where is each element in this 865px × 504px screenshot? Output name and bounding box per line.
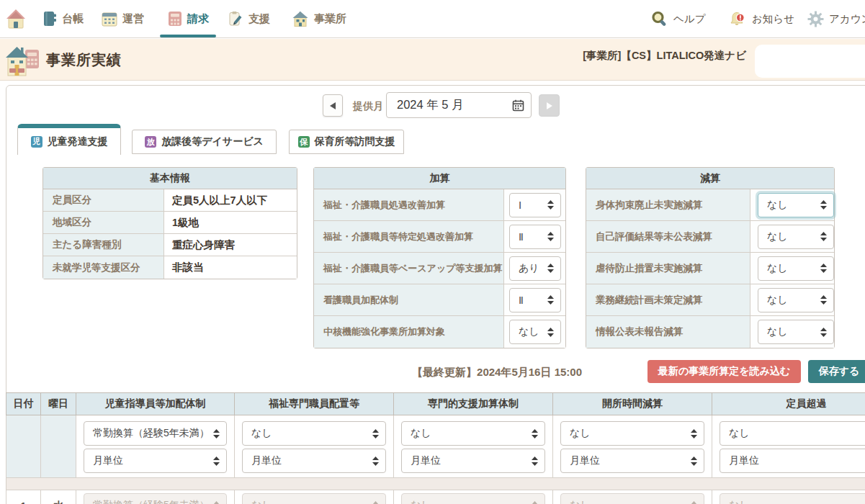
select-value: なし [570,427,591,440]
deduction-row: 業務継続計画未策定減算なし [586,284,834,316]
select-dropdown[interactable]: なし [560,421,704,446]
updown-arrows-icon [532,501,538,504]
select-dropdown[interactable]: なし [758,256,834,281]
updown-arrows-icon [691,456,697,466]
select-dropdown[interactable]: なし [401,421,545,446]
nav-item-5[interactable]: 事業所 [292,0,346,37]
day-row: 1水常勤換算（経験5年未満）なしなしなしなし [6,490,865,504]
row-select-cell: あり [504,253,565,284]
updown-arrows-icon [547,232,554,241]
select-value: なし [729,499,750,504]
load-latest-button[interactable]: 最新の事業所算定を読み込む [647,360,801,383]
month-default-cell: なし月単位 [235,415,394,478]
nav-utility-2[interactable]: お知らせ [728,0,794,37]
nav-item-label: 事業所 [314,12,346,26]
select-dropdown[interactable]: 月単位 [242,449,386,473]
period-input[interactable]: 2024 年 5 月 [386,92,532,118]
select-dropdown[interactable]: Ⅰ [509,193,561,217]
select-dropdown: 常勤換算（経験5年未満） [84,493,227,504]
select-dropdown[interactable]: なし [758,320,834,344]
save-button[interactable]: 保存する [808,360,865,383]
basic-info-row: 主たる障害種別重症心身障害 [43,234,297,256]
select-dropdown[interactable]: 月単位 [560,449,704,473]
next-month-button[interactable] [539,94,560,117]
select-dropdown[interactable]: なし [758,225,834,249]
select-dropdown[interactable]: なし [720,421,865,446]
basic-info-panel: 基本情報定員区分定員5人以上7人以下地域区分1級地主たる障害種別重症心身障害未就… [42,167,297,279]
month-defaults-row: 常勤換算（経験5年未満）月単位なし月単位なし月単位なし月単位なし月単位 [6,415,865,478]
select-dropdown[interactable]: なし [242,421,386,446]
updown-arrows-icon [691,501,697,504]
select-value: 月単位 [570,454,600,467]
date-cell [6,415,41,478]
basic-info-row: 地域区分1級地 [43,212,297,234]
calendar-glyph-icon[interactable] [512,99,524,112]
nav-item-2[interactable]: 運営 [102,0,144,37]
period-value: 2024 年 5 月 [397,97,464,113]
select-dropdown: なし [401,493,545,504]
deduction-row: 自己評価結果等未公表減算なし [586,221,834,253]
nav-utility-1[interactable]: ヘルプ [650,0,706,37]
nav-item-4[interactable]: 支援 [228,0,270,37]
select-dropdown[interactable]: なし [758,193,834,217]
row-label: 地域区分 [43,212,164,233]
select-value: 常勤換算（経験5年未満） [93,427,210,440]
tab-badge: 児 [31,136,42,148]
select-value: なし [729,427,750,440]
ledger-icon [43,11,57,27]
select-dropdown[interactable]: なし [758,288,834,312]
select-dropdown[interactable]: 常勤換算（経験5年未満） [84,421,227,446]
row-select-cell: なし [750,316,834,348]
select-dropdown[interactable]: Ⅱ [509,288,561,312]
period-label: 提供月 [353,100,383,113]
row-label: 定員区分 [43,189,164,211]
select-value: なし [767,294,788,307]
updown-arrows-icon [820,328,827,337]
prev-month-button[interactable] [323,94,343,117]
select-value: 常勤換算（経験5年未満） [93,499,210,504]
addition-row: 中核機能強化事業所加算対象なし [314,316,565,348]
select-value: Ⅰ [519,199,521,211]
row-label: 中核機能強化事業所加算対象 [314,316,504,348]
updown-arrows-icon [547,295,554,305]
updown-arrows-icon [820,264,827,273]
nav-item-1[interactable]: 台帳 [43,0,84,37]
select-dropdown[interactable]: なし [509,320,561,344]
row-label: 情報公表未報告減算 [586,316,750,348]
row-value: 定員5人以上7人以下 [164,189,297,211]
select-value: Ⅱ [519,231,524,243]
nav-item-label: 請求 [187,12,209,26]
calendar-icon [102,12,117,27]
tab-label: 放課後等デイサービス [161,135,264,148]
basic-info-row: 定員区分定員5人以上7人以下 [43,189,297,212]
nav-utility-3[interactable]: アカウン [807,0,865,37]
day-table-header: 開所時間減算 [553,393,712,415]
tab-1[interactable]: 児児童発達支援 [17,124,121,155]
row-label: 業務継続計画未策定減算 [586,284,750,315]
top-nav: 台帳運営請求支援事業所 ヘルプお知らせアカウン [0,0,865,38]
row-select-cell: Ⅱ [504,284,565,315]
tab-3[interactable]: 保保育所等訪問支援 [289,130,404,154]
separator-row [6,478,865,490]
bell-alert-icon [728,10,747,28]
select-dropdown[interactable]: 月単位 [401,449,545,473]
row-label: 福祉・介護職員等ベースアップ等支援加算 [314,253,504,284]
select-dropdown[interactable]: 月単位 [720,449,865,473]
nav-item-3[interactable]: 請求 [168,0,209,37]
updown-arrows-icon [372,429,379,438]
row-label: 未就学児等支援区分 [43,256,164,279]
month-default-cell: なし月単位 [712,415,865,478]
updown-arrows-icon [547,200,554,210]
home-icon[interactable] [6,8,26,31]
nav-utility-label: ヘルプ [673,12,706,26]
tab-2[interactable]: 放放課後等デイサービス [132,130,277,154]
select-dropdown[interactable]: 月単位 [84,449,227,473]
additions-panel: 加算福祉・介護職員処遇改善加算Ⅰ福祉・介護職員等特定処遇改善加算Ⅱ福祉・介護職員… [313,167,566,348]
support-pen-icon [228,11,243,27]
row-label: 福祉・介護職員処遇改善加算 [314,189,504,220]
month-default-cell: なし月単位 [553,415,712,478]
row-label: 福祉・介護職員等特定処遇改善加算 [314,221,504,252]
select-dropdown: なし [560,493,704,504]
select-dropdown[interactable]: Ⅱ [509,225,561,249]
select-dropdown[interactable]: あり [509,256,561,281]
